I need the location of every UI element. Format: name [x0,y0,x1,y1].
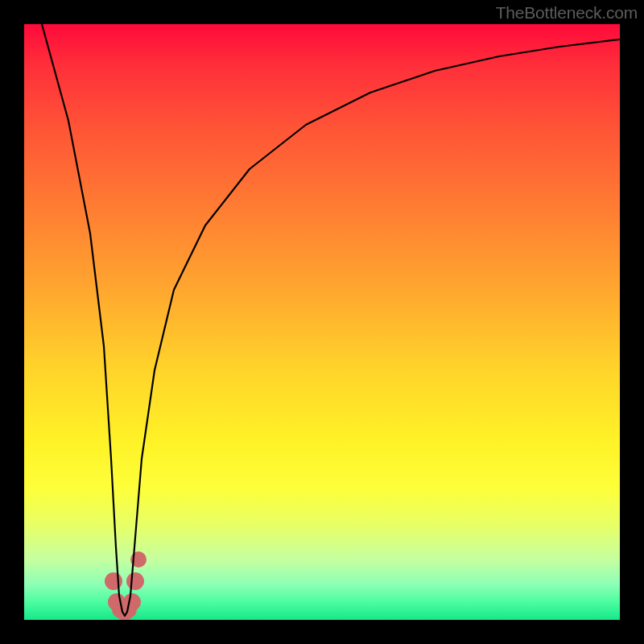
chart-frame: TheBottleneck.com [0,0,644,644]
plot-area [24,24,620,620]
watermark-text: TheBottleneck.com [496,3,638,23]
optimal-marker-group [105,551,147,620]
marker-dot [126,572,144,590]
marker-dot [105,572,122,590]
marker-dot [123,593,141,611]
curve-layer [24,24,620,620]
bottleneck-curve [42,24,620,616]
